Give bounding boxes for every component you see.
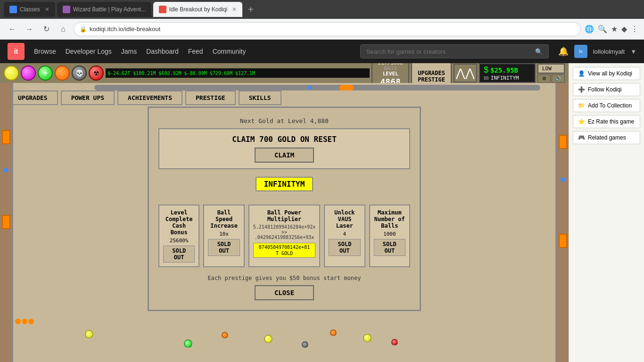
item1-subtitle: 25600% [163, 238, 195, 244]
quality-settings: LOW ⚙ 🔊 [537, 64, 565, 83]
tab2-close[interactable]: ✕ [150, 6, 151, 13]
left-orange-1 [2, 130, 10, 144]
prestige-item-4: Unlock VAUS Laser 4 SOLD OUT [324, 205, 365, 267]
right-orange-2 [559, 234, 567, 248]
tab3-title: Idle Breakout by Kodiqi [169, 6, 227, 13]
extension-button[interactable]: ◆ [621, 25, 627, 33]
upgrades-prestige-btn[interactable]: UPGRADES PRESTIGE [411, 63, 452, 86]
browse-link[interactable]: Browse [34, 48, 56, 55]
claim-title: CLAIM 700 GOLD ON RESET [165, 135, 404, 144]
game-inner: UPGRADES POWER UPS ACHIEVEMENTS PRESTIGE… [0, 83, 569, 362]
feed-link[interactable]: Feed [188, 48, 203, 55]
address-bar[interactable]: 🔒 kodiqi.itch.io/idle-breakout [74, 22, 581, 36]
prestige-item-1: Level Complete Cash Bonus 25600% SOLD OU… [158, 205, 199, 267]
claim-button[interactable]: CLAIM [255, 148, 314, 163]
close-modal-button[interactable]: CLOSE [255, 285, 314, 300]
orange-ball-btn[interactable] [55, 66, 70, 81]
tab-achievements[interactable]: ACHIEVEMENTS [117, 90, 182, 105]
menu-button[interactable]: ⋮ [631, 25, 638, 33]
dashboard-link[interactable]: Dashboard [146, 48, 179, 55]
browser-tab-bar: Classes ✕ Wizard Battle | Play Advent...… [0, 0, 644, 19]
browser-actions: 🌐 🔍 ★ ◆ ⋮ [585, 25, 638, 33]
skull-ball-btn[interactable]: 💀 [72, 66, 87, 81]
item5-subtitle: 1000 [374, 231, 405, 237]
settings-icon-btn[interactable]: ⚙ [537, 74, 551, 83]
slider-thumb[interactable] [339, 85, 354, 90]
game-slider-track [94, 85, 540, 90]
item5-title: Maximum Number of Balls [374, 209, 405, 229]
notification-bell[interactable]: 🔔 [558, 46, 569, 57]
radiation-ball-btn[interactable]: ☢ [89, 66, 104, 81]
tab-power-ups[interactable]: POWER UPS [61, 90, 115, 105]
translate-button[interactable]: 🌐 [585, 25, 594, 33]
jams-link[interactable]: Jams [121, 48, 137, 55]
tab-prestige[interactable]: PRESTIGE [185, 90, 236, 105]
browser-tab-3[interactable]: Idle Breakout by Kodiqi ✕ [153, 2, 242, 17]
bb-label: BB [484, 76, 489, 81]
quality-btn[interactable]: LOW [537, 64, 565, 74]
item3-arrow: >> [253, 230, 315, 235]
view-all-label: View all by Kodiqi [588, 70, 632, 77]
itchio-logo[interactable]: it [8, 43, 25, 60]
tab-upgrades[interactable]: UPGRADES [8, 90, 58, 105]
tab3-close[interactable]: ✕ [232, 6, 237, 13]
follow-icon: ➕ [578, 86, 585, 93]
field-ball-orange2 [330, 329, 337, 336]
home-button[interactable]: ⌂ [57, 23, 70, 36]
add-collection-label: Add To Collection [588, 102, 632, 109]
prestige-item-5: Maximum Number of Balls 1000 SOLD OUT [369, 205, 410, 267]
forward-button[interactable]: → [23, 23, 36, 36]
view-all-icon: 👤 [578, 70, 585, 77]
refresh-button[interactable]: ↻ [40, 23, 53, 36]
follow-button[interactable]: ➕ Follow Kodiqi [573, 83, 640, 96]
username[interactable]: lollololmyalt [593, 48, 625, 55]
prestige-claim-box: CLAIM 700 GOLD ON RESET CLAIM [158, 128, 410, 169]
related-games-label: Related games [588, 134, 626, 141]
user-dropdown-icon[interactable]: ▼ [630, 48, 636, 55]
developer-logs-link[interactable]: Developer Logs [66, 48, 112, 55]
new-tab-button[interactable]: + [244, 4, 257, 15]
sound-icon-btn[interactable]: 🔊 [552, 74, 565, 83]
yellow-ball-btn[interactable] [4, 66, 19, 81]
pink-ball-btn[interactable] [21, 66, 36, 81]
bottom-orange-cluster [15, 319, 34, 324]
item3-next: .042962419883256e+93x [253, 235, 315, 240]
ticker-container: $-24.62T $100.21M $603.92M $-88.09M $729… [106, 68, 370, 78]
item3-title: Ball Power Multiplier [253, 209, 315, 222]
slider-dot [308, 86, 312, 90]
bb-amount: INFINITYM [491, 75, 519, 81]
itchio-navbar: it Browse Developer Logs Jams Dashboard … [0, 40, 644, 63]
plus-ball-btn[interactable]: + [38, 66, 53, 81]
tab1-close[interactable]: ✕ [45, 6, 50, 13]
rate-game-button[interactable]: ⭐ Ez Rate this game [573, 115, 640, 128]
user-avatar[interactable]: lo [574, 45, 587, 58]
rank-icon: ⋀⋀ [456, 66, 475, 80]
right-blue-dot [561, 177, 565, 182]
browser-tab-2[interactable]: Wizard Battle | Play Advent... ✕ [57, 2, 151, 17]
infinitym-container: INFINITYM [158, 177, 410, 199]
search-input[interactable] [366, 48, 531, 55]
tab-skills[interactable]: SKILLS [239, 90, 281, 105]
collection-icon: 📁 [578, 102, 585, 109]
tab1-favicon [9, 6, 17, 13]
balls-label: 217/1000 [376, 63, 405, 66]
tab2-favicon [63, 6, 70, 13]
item3-cost: 07405049708142e+81 T GOLD [253, 243, 315, 258]
item4-sold-out: SOLD OUT [329, 239, 360, 256]
rate-icon: ⭐ [578, 118, 585, 125]
search-box[interactable]: 🔍 [360, 44, 549, 58]
search-button[interactable]: 🔍 [598, 25, 607, 33]
prestige-item-3[interactable]: Ball Power Multiplier 5.214812099416284e… [248, 205, 320, 267]
ticker-text: $-24.62T $100.21M $603.92M $-88.09M $729… [107, 71, 255, 76]
browser-tab-1[interactable]: Classes ✕ [4, 2, 55, 17]
related-games-button[interactable]: 🎮 Related games [573, 131, 640, 144]
view-all-button[interactable]: 👤 View all by Kodiqi [573, 67, 640, 80]
back-button[interactable]: ← [6, 23, 19, 36]
add-collection-button[interactable]: 📁 Add To Collection [573, 99, 640, 112]
field-ball-orange [222, 332, 228, 338]
bookmark-button[interactable]: ★ [611, 25, 618, 33]
game-area: + 💀 ☢ $-24.62T $100.21M $603.92M $-88.09… [0, 63, 569, 362]
community-link[interactable]: Community [213, 48, 246, 55]
tab2-title: Wizard Battle | Play Advent... [73, 6, 146, 13]
game-topbar: + 💀 ☢ $-24.62T $100.21M $603.92M $-88.09… [0, 63, 569, 83]
